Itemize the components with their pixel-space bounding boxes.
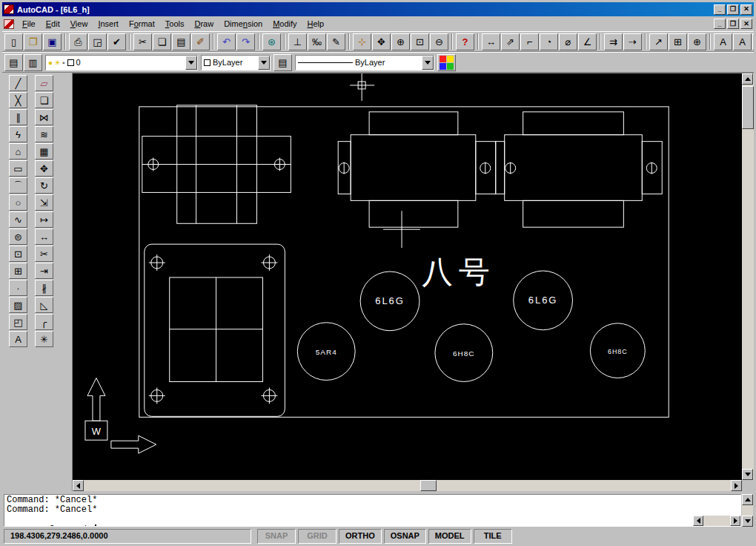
file-menu[interactable]: File	[17, 17, 41, 30]
print-button[interactable]: ⎙	[69, 33, 87, 50]
save-button[interactable]: ▣	[43, 33, 62, 50]
construction-line-button[interactable]: ╳	[9, 92, 27, 108]
v-scroll-thumb[interactable]	[742, 86, 754, 129]
dim-linear-button[interactable]: ↔	[482, 33, 500, 50]
zoom-realtime-button[interactable]: ⊕	[391, 33, 410, 50]
command-h-scroll-track[interactable]	[703, 516, 730, 526]
child-restore-button[interactable]: ❐	[727, 19, 739, 29]
color-dropdown-arrow[interactable]	[258, 56, 270, 70]
lengthen-button[interactable]: ↔	[35, 228, 53, 245]
transformer-top-right[interactable]	[496, 112, 663, 227]
hatch-button[interactable]: ▨	[9, 297, 27, 313]
drawing-viewport[interactable]: 6L6G 6L6G 5AR4 6H8C	[73, 73, 742, 480]
ortho-toggle[interactable]: ORTHO	[339, 529, 382, 544]
erase-button[interactable]: ▱	[35, 75, 53, 91]
new-button[interactable]: ▯	[4, 33, 23, 50]
child-minimize-button[interactable]: _	[714, 19, 726, 29]
explode-button[interactable]: ✳	[35, 331, 53, 347]
osnap-toggle[interactable]: OSNAP	[384, 529, 426, 544]
array-button[interactable]: ▦	[35, 143, 53, 159]
cut-button[interactable]: ✂	[133, 33, 152, 50]
annotation-text[interactable]: 八号	[422, 254, 496, 289]
make-block-button[interactable]: ⊞	[9, 263, 27, 279]
cad-drawing[interactable]: 6L6G 6L6G 5AR4 6H8C	[73, 73, 742, 480]
h-scroll-thumb[interactable]	[420, 480, 437, 491]
copy-object-button[interactable]: ❏	[35, 92, 53, 108]
ucs-button[interactable]: ⊥	[288, 33, 307, 50]
mounting-plate[interactable]	[145, 244, 285, 416]
view-menu[interactable]: View	[65, 17, 93, 30]
break-button[interactable]: ∦	[35, 280, 53, 296]
edit-menu[interactable]: Edit	[41, 17, 65, 30]
pan-realtime-button[interactable]: ✥	[372, 33, 391, 50]
line-button[interactable]: ╱	[9, 75, 27, 91]
tube-6h8c-right[interactable]: 6H8C	[590, 323, 645, 378]
redo-button[interactable]: ↷	[236, 33, 255, 50]
tube-6h8c-left[interactable]: 6H8C	[435, 324, 493, 382]
modify-menu[interactable]: Modify	[268, 17, 302, 30]
insert-block-button[interactable]: ⊡	[9, 246, 27, 262]
circle-button[interactable]: ○	[9, 194, 27, 211]
minimize-button[interactable]: _	[714, 4, 726, 15]
layer-dropdown[interactable]: ● ☀ ▪ 0	[45, 55, 198, 70]
rectangle-button[interactable]: ▭	[9, 160, 27, 177]
help-menu[interactable]: Help	[302, 17, 330, 30]
command-prompt-line[interactable]: Command:	[7, 515, 738, 524]
tolerance-button[interactable]: ⊞	[669, 33, 687, 50]
make-object-layer-current-button[interactable]: ▤	[4, 54, 23, 71]
dim-update-button[interactable]: ↻	[752, 33, 754, 50]
arc-button[interactable]: ⌒	[9, 177, 27, 194]
command-horizontal-scrollbar[interactable]	[693, 516, 740, 526]
rotate-button[interactable]: ↻	[35, 177, 53, 194]
center-mark[interactable]	[383, 211, 420, 248]
command-scroll-right-button[interactable]	[730, 516, 740, 526]
dim-edit-button[interactable]: A	[714, 33, 732, 50]
chassis-outline[interactable]	[139, 107, 669, 417]
snap-toggle[interactable]: SNAP	[257, 529, 296, 544]
zoom-previous-button[interactable]: ⊖	[430, 33, 448, 50]
dimension-menu[interactable]: Dimension	[219, 17, 268, 30]
layer-dropdown-arrow[interactable]	[185, 56, 197, 70]
polygon-button[interactable]: ⌂	[9, 143, 27, 159]
tube-6l6g-right[interactable]: 6L6G	[514, 271, 573, 330]
object-snap-button[interactable]: ⊹	[353, 33, 371, 50]
tile-toggle[interactable]: TILE	[474, 529, 512, 544]
open-button[interactable]: ❐	[24, 33, 42, 50]
point-button[interactable]: ∙	[9, 280, 27, 296]
dim-baseline-button[interactable]: ⇉	[604, 33, 623, 50]
trim-button[interactable]: ✂	[35, 246, 53, 262]
draw-menu[interactable]: Draw	[189, 17, 219, 30]
chamfer-button[interactable]: ◺	[35, 297, 53, 313]
scroll-up-button[interactable]	[742, 73, 753, 85]
object-properties-button[interactable]	[437, 54, 456, 71]
transformer-top-middle[interactable]	[338, 112, 496, 227]
close-button[interactable]: ✕	[740, 4, 752, 15]
region-button[interactable]: ◰	[9, 314, 27, 330]
redraw-button[interactable]: ✎	[327, 33, 345, 50]
center-mark-button[interactable]: ⊕	[688, 33, 706, 50]
multiline-text-button[interactable]: A	[9, 331, 27, 347]
transformer-top-left[interactable]	[142, 105, 291, 223]
dim-angular-button[interactable]: ∠	[578, 33, 597, 50]
command-scroll-down-button[interactable]	[742, 516, 753, 527]
color-dropdown[interactable]: ByLayer	[201, 55, 271, 70]
model-toggle[interactable]: MODEL	[428, 529, 471, 544]
format-menu[interactable]: Format	[124, 17, 160, 30]
command-scroll-left-button[interactable]	[693, 516, 703, 526]
launch-browser-button[interactable]: ⊛	[262, 33, 281, 50]
v-scroll-track[interactable]	[742, 85, 754, 469]
fillet-button[interactable]: ╭	[35, 314, 53, 330]
command-history[interactable]: Command: *Cancel*Command: *Cancel* Comma…	[4, 494, 741, 527]
linetype-dropdown-arrow[interactable]	[422, 56, 434, 70]
spelling-button[interactable]: ✔	[107, 33, 126, 50]
command-v-scroll-track[interactable]	[742, 505, 753, 516]
linetype-button[interactable]: ▤	[273, 54, 292, 71]
leader-button[interactable]: ↗	[649, 33, 668, 50]
command-scroll-up-button[interactable]	[742, 494, 753, 505]
child-close-button[interactable]: ✕	[740, 19, 752, 29]
command-vertical-scrollbar[interactable]	[742, 494, 753, 527]
dim-text-edit-button[interactable]: A	[733, 33, 752, 50]
polyline-button[interactable]: ϟ	[9, 126, 27, 142]
zoom-window-button[interactable]: ⊡	[411, 33, 429, 50]
offset-button[interactable]: ≋	[35, 126, 53, 142]
